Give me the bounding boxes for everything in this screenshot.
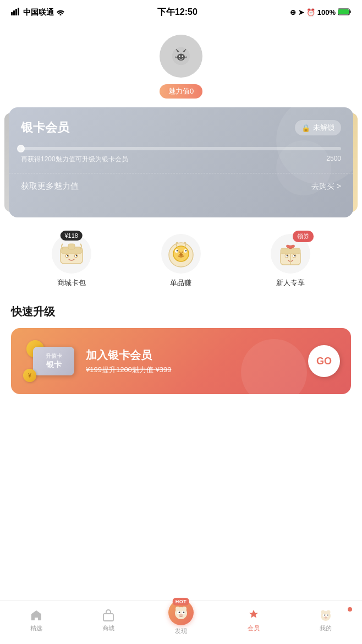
nav-item-discover[interactable]: HOT 发现 [145,605,217,635]
svg-point-43 [179,612,180,613]
member-card[interactable]: 银卡会员 🔒 未解锁 再获得1200魅力值可升级为银卡会员 2500 [9,107,353,217]
card-title: 银卡会员 [21,119,69,136]
status-bar: 中国联通 下午12:50 ⊕ ➤ ⏰ 100% [0,0,362,21]
battery-label: 100% [317,8,336,17]
location-icon: ⊕ [290,8,296,17]
progress-labels: 再获得1200魅力值可升级为银卡会员 2500 [21,155,341,164]
card-area: 银卡会员 🔒 未解锁 再获得1200魅力值可升级为银卡会员 2500 [0,107,362,217]
svg-rect-2 [15,9,17,15]
progress-bar [21,147,341,150]
charm-badge: 魅力值0 [160,84,202,99]
newbie-icon-img: 领券 [271,234,310,274]
svg-point-52 [327,614,328,615]
svg-point-20 [67,255,68,256]
svg-point-21 [75,255,76,256]
status-time: 下午12:50 [157,7,198,18]
carrier-name: 中国联通 [23,8,54,18]
newbie-label: 新人专享 [276,278,305,288]
svg-rect-1 [13,10,15,15]
progress-area: 再获得1200魅力值可升级为银卡会员 2500 [21,147,341,164]
buy-link[interactable]: 去购买 > [311,182,341,192]
wifi-icon [56,8,65,17]
member-label: 会员 [248,624,260,632]
svg-point-40 [182,607,187,611]
status-right: ⊕ ➤ ⏰ 100% [290,8,351,17]
svg-point-39 [175,607,180,611]
card-divider [9,173,353,173]
avatar[interactable] [160,35,202,78]
svg-point-35 [294,255,295,256]
svg-point-48 [327,610,331,614]
upgrade-coin-bottom: ¥ [23,369,36,382]
svg-rect-37 [103,614,113,621]
upgrade-title: 加入银卡会员 [86,348,299,363]
section-title: 快速升级 [11,304,351,319]
alarm-icon: ⏰ [306,8,315,17]
status-left: 中国联通 [11,8,65,18]
svg-point-34 [287,255,288,256]
lock-icon: 🔒 [301,124,310,132]
gps-icon: ➤ [298,8,304,17]
battery-icon [338,8,351,17]
icon-item-wallet[interactable]: ¥118 商城卡包 [52,234,91,288]
nav-item-mine[interactable]: 我的 [289,608,362,632]
svg-rect-6 [349,10,350,13]
upgrade-subtitle: ¥199提升1200魅力值 ¥399 [86,365,299,375]
upgrade-card[interactable]: ↑ 升值卡 银卡 ¥ 加入银卡会员 ¥199提升1200魅力值 ¥399 [11,328,351,394]
quick-upgrade-section: 快速升级 ↑ 升值卡 银卡 ¥ 加入银卡会员 [0,304,362,405]
profile-area: 魅力值0 [0,21,362,107]
go-button[interactable]: GO [308,345,340,377]
mine-icon [319,608,333,623]
svg-point-27 [177,250,178,251]
svg-rect-0 [11,12,13,15]
lock-badge: 🔒 未解锁 [295,120,341,135]
wallet-badge: ¥118 [60,231,82,241]
svg-point-44 [183,612,185,613]
bottom-nav: 精选 商城 HOT 发现 [0,600,362,644]
nav-item-shop[interactable]: 商城 [73,608,145,632]
main-content: 魅力值0 银卡会员 🔒 未解锁 [0,21,362,635]
card-header: 银卡会员 🔒 未解锁 [21,119,341,136]
icon-item-earn[interactable]: ¥ 单品赚 [161,234,201,288]
mine-label: 我的 [320,624,332,632]
newbie-badge: 领券 [293,231,314,242]
shop-icon [101,608,116,623]
upgrade-left: ↑ 升值卡 银卡 ¥ [22,339,77,383]
get-more-label: 获取更多魅力值 [21,181,79,192]
lock-label: 未解锁 [313,123,334,133]
upgrade-info: 加入银卡会员 ¥199提升1200魅力值 ¥399 [86,348,299,375]
svg-rect-3 [18,8,19,15]
svg-rect-30 [281,248,300,254]
nav-item-member[interactable]: 会员 [217,608,290,632]
progress-desc: 再获得1200魅力值可升级为银卡会员 [21,155,326,164]
member-icon [246,608,261,623]
get-more-row[interactable]: 获取更多魅力值 去购买 > [9,173,353,199]
svg-rect-17 [68,244,75,249]
svg-point-45 [179,614,183,616]
earn-icon-img: ¥ [161,234,201,274]
svg-point-47 [321,610,325,614]
progress-target: 2500 [326,155,341,164]
svg-point-53 [325,616,327,618]
nav-item-home[interactable]: 精选 [0,608,73,632]
svg-point-28 [185,250,187,251]
icon-item-newbie[interactable]: 领券 新人专 [271,234,310,288]
svg-point-31 [289,245,292,249]
wallet-label: 商城卡包 [57,278,86,288]
earn-label: 单品赚 [170,278,191,288]
signal-icon [11,8,21,17]
svg-point-9 [179,56,180,57]
shop-label: 商城 [102,624,114,632]
progress-dot [17,145,25,152]
svg-point-10 [182,56,183,57]
icons-row: ¥118 商城卡包 [0,228,362,304]
discover-label: 发现 [175,627,187,635]
wallet-icon-img: ¥118 [52,234,91,274]
upgrade-silver-card: 升值卡 银卡 [33,347,74,375]
hot-badge: HOT [173,598,190,605]
home-label: 精选 [30,624,42,632]
svg-rect-5 [338,9,349,14]
home-icon [29,608,43,623]
mine-notification-dot [348,607,352,612]
svg-point-51 [324,614,325,615]
